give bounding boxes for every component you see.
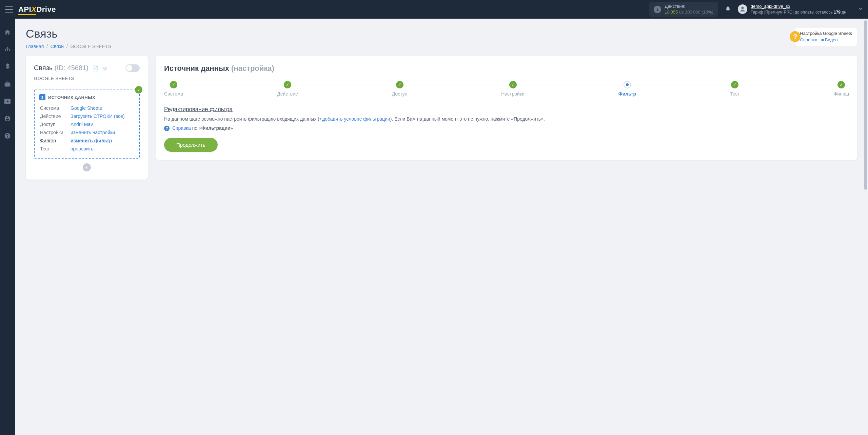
info-icon: i: [654, 6, 661, 13]
sidebar: [0, 19, 15, 188]
actions-label: Действия:: [665, 4, 713, 9]
filter-help-link[interactable]: Справка: [172, 125, 191, 131]
menu-icon[interactable]: [5, 6, 13, 13]
filter-description: На данном шаге возможно настроить фильтр…: [164, 116, 849, 123]
row-action: ДействиеЗагрузить СТРОКИ (все): [40, 112, 134, 120]
copy-icon[interactable]: 📄: [92, 65, 99, 71]
crumb-current: GOOGLE SHEETS: [70, 44, 111, 49]
avatar-icon: [738, 4, 747, 14]
check-icon: ✓: [135, 86, 142, 94]
connection-card: Связь (ID: 45681) 📄 ⚙ GOOGLE SHEETS ✓ 1 …: [26, 56, 148, 180]
breadcrumb: Главная / Связи / GOOGLE SHEETS: [26, 44, 111, 49]
logo[interactable]: APIXDrive: [18, 5, 56, 14]
help-line: ? Справка по «Фильтрации»: [164, 125, 849, 131]
gear-icon[interactable]: ⚙: [103, 65, 107, 71]
crumb-home[interactable]: Главная: [26, 44, 44, 49]
add-filter-link[interactable]: добавить условие фильтрации: [322, 116, 390, 122]
briefcase-icon[interactable]: [4, 81, 11, 89]
settings-title: Источник данных (настройка): [164, 64, 849, 73]
question-icon: ?: [790, 31, 801, 42]
continue-button[interactable]: Продолжить: [164, 138, 218, 152]
topbar: APIXDrive i Действия: 18'055 из 100'000 …: [0, 0, 868, 19]
conn-subtitle: GOOGLE SHEETS: [34, 76, 140, 84]
connections-icon[interactable]: [4, 46, 11, 55]
source-box: ✓ 1 ИСТОЧНИК ДАННЫХ СистемаGoogle Sheets…: [34, 89, 140, 159]
progress-steps: ✓Система ✓Действие ✓Доступ ✓Настройки Фи…: [164, 81, 849, 97]
help-icon[interactable]: [4, 132, 11, 141]
step-filter[interactable]: Фильтр: [618, 81, 636, 97]
scrollbar[interactable]: [864, 20, 867, 188]
home-icon[interactable]: [4, 29, 11, 37]
step-finish[interactable]: ✓Финиш: [834, 81, 849, 97]
source-header: 1 ИСТОЧНИК ДАННЫХ: [39, 94, 134, 100]
step-test[interactable]: ✓Тест: [730, 81, 740, 97]
step-action[interactable]: ✓Действие: [277, 81, 298, 97]
user-name: demo_apix-drive_s3: [751, 3, 846, 9]
main-content: Связь Главная / Связи / GOOGLE SHEETS ? …: [15, 19, 868, 188]
user-tariff: Тариф |Премиум PRO| до оплаты осталось 1…: [751, 9, 846, 15]
actions-counter[interactable]: i Действия: 18'055 из 100'000 (18%): [649, 2, 718, 17]
step-access[interactable]: ✓Доступ: [392, 81, 408, 97]
settings-card: Источник данных (настройка) ✓Система ✓Де…: [156, 56, 857, 160]
enable-toggle[interactable]: [125, 64, 140, 72]
step-settings[interactable]: ✓Настройки: [501, 81, 525, 97]
add-button[interactable]: +: [83, 163, 91, 171]
chevron-down-icon: [858, 6, 863, 12]
user-menu[interactable]: demo_apix-drive_s3 Тариф |Премиум PRO| д…: [738, 3, 863, 15]
billing-icon[interactable]: [4, 63, 11, 72]
help-box-title: Настройка Google Sheets: [800, 31, 852, 36]
profile-icon[interactable]: [4, 115, 11, 124]
video-link[interactable]: Видео: [825, 37, 838, 42]
bell-icon[interactable]: [725, 5, 731, 13]
row-access: ДоступAndrii Mav: [40, 121, 134, 128]
video-icon[interactable]: [4, 98, 11, 106]
crumb-connections[interactable]: Связи: [51, 44, 64, 49]
row-test: Тестпроверить: [40, 145, 134, 152]
help-link[interactable]: Справка: [800, 37, 817, 42]
camera-icon: ■: [821, 37, 824, 42]
info-icon: ?: [164, 126, 170, 131]
conn-title: Связь (ID: 45681) 📄 ⚙: [34, 64, 107, 72]
filter-title: Редактирование фильтра: [164, 106, 849, 113]
step-system[interactable]: ✓Система: [164, 81, 183, 97]
row-system: СистемаGoogle Sheets: [40, 104, 134, 112]
help-box: ? Настройка Google Sheets Справка ■Видео: [795, 27, 857, 46]
page-title: Связь: [26, 27, 111, 40]
row-filter: Фильтризменить фильтр: [40, 137, 134, 144]
row-settings: Настройкиизменить настройки: [40, 129, 134, 136]
